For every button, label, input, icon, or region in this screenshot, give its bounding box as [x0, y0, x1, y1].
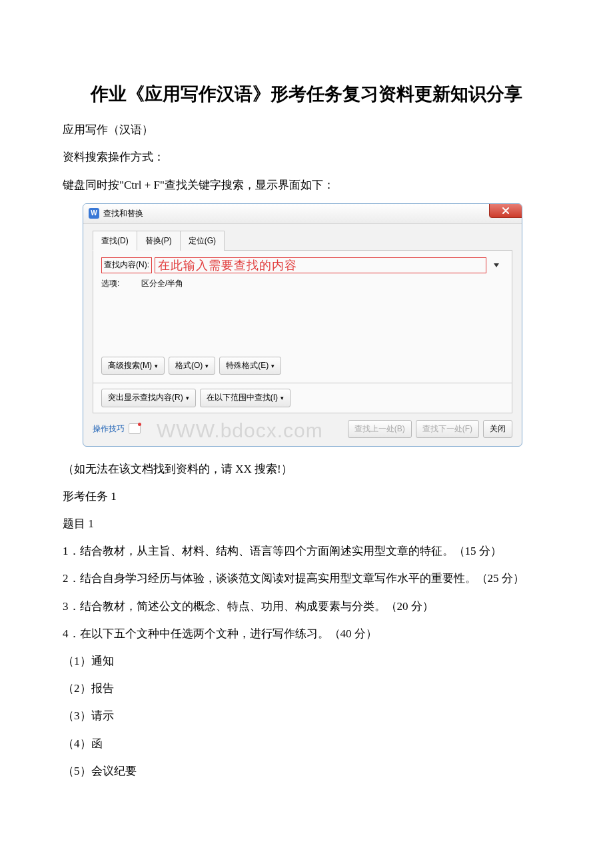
question-header: 题目 1: [40, 515, 573, 533]
highlight-button[interactable]: 突出显示查找内容(R)▾: [101, 389, 196, 407]
intro-3: 键盘同时按"Ctrl + F"查找关键字搜索，显示界面如下：: [40, 176, 573, 194]
page-title: 作业《应用写作汉语》形考任务复习资料更新知识分享: [40, 80, 573, 109]
special-format-button[interactable]: 特殊格式(E)▾: [219, 357, 281, 375]
advanced-search-button[interactable]: 高级搜索(M)▾: [101, 357, 165, 375]
tab-find[interactable]: 查找(D): [93, 231, 137, 251]
chevron-down-icon: ▾: [155, 361, 158, 371]
dialog-titlebar: W 查找和替换: [83, 204, 522, 224]
chevron-down-icon: ▾: [186, 393, 189, 403]
tab-panel: 查找内容(N): 在此输入需要查找的内容 选项: 区分全/半角 高级搜索(M)▾…: [93, 250, 512, 383]
find-next-button[interactable]: 查找下一处(F): [416, 420, 479, 438]
options-value: 区分全/半角: [141, 277, 183, 290]
tips-link[interactable]: 操作技巧: [93, 423, 125, 435]
dialog-title: 查找和替换: [103, 207, 143, 220]
chevron-down-icon: ▾: [205, 361, 209, 371]
question-4: 4．在以下五个文种中任选两个文种，进行写作练习。（40 分）: [40, 625, 573, 643]
item-3: （3）请示: [40, 707, 573, 725]
chevron-down-icon: ▾: [281, 393, 284, 403]
options-label: 选项:: [101, 277, 141, 290]
tab-goto[interactable]: 定位(G): [180, 231, 225, 251]
close-icon[interactable]: [489, 203, 522, 218]
item-2: （2）报告: [40, 679, 573, 697]
watermark: WWW.bdocx.com: [157, 415, 323, 447]
close-button[interactable]: 关闭: [483, 420, 512, 438]
task-label: 形考任务 1: [40, 487, 573, 505]
intro-1: 应用写作（汉语）: [40, 121, 573, 139]
chevron-down-icon: ▾: [271, 361, 275, 371]
question-3: 3．结合教材，简述公文的概念、特点、功用、构成要素与分类。（20 分）: [40, 597, 573, 615]
search-input[interactable]: 在此输入需要查找的内容: [155, 257, 486, 273]
tips-icon[interactable]: [129, 423, 141, 434]
dialog-screenshot: W 查找和替换 查找(D) 替换(P) 定位(G) 查找内容(N): 在此输入需…: [83, 203, 522, 447]
item-4: （4）函: [40, 735, 573, 753]
tabs: 查找(D) 替换(P) 定位(G): [83, 224, 522, 251]
format-button[interactable]: 格式(O)▾: [169, 357, 215, 375]
item-1: （1）通知: [40, 652, 573, 670]
find-in-range-button[interactable]: 在以下范围中查找(I)▾: [200, 389, 291, 407]
tab-replace[interactable]: 替换(P): [137, 231, 181, 251]
question-2: 2．结合自身学习经历与体验，谈谈范文阅读对提高实用型文章写作水平的重要性。（25…: [40, 569, 573, 587]
dialog-footer: 操作技巧 WWW.bdocx.com 查找上一处(B) 查找下一处(F) 关闭: [83, 413, 522, 446]
middle-button-row: 突出显示查找内容(R)▾ 在以下范围中查找(I)▾: [93, 383, 512, 413]
search-content-label: 查找内容(N):: [101, 257, 152, 273]
app-icon: W: [89, 208, 99, 219]
intro-2: 资料搜索操作方式：: [40, 148, 573, 166]
item-5: （5）会议纪要: [40, 762, 573, 780]
dropdown-icon[interactable]: [489, 257, 504, 273]
note: （如无法在该文档找到资料的，请 XX 搜索!）: [40, 460, 573, 478]
find-prev-button[interactable]: 查找上一处(B): [348, 420, 412, 438]
search-placeholder: 在此输入需要查找的内容: [158, 256, 297, 275]
question-1: 1．结合教材，从主旨、材料、结构、语言等四个方面阐述实用型文章的特征。（15 分…: [40, 542, 573, 560]
